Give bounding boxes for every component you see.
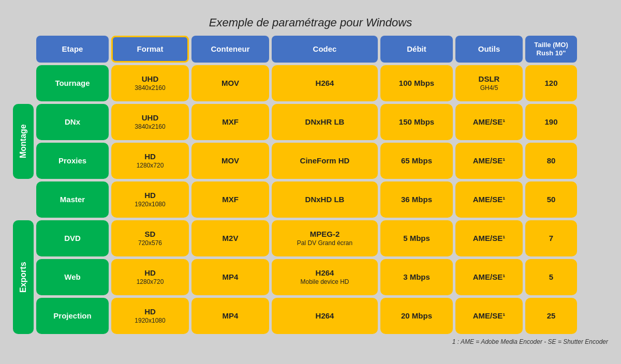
montage-dnx-format: UHD 3840x2160 (111, 104, 189, 140)
montage-dnx-codec: DNxHR LB (272, 104, 378, 140)
header-conteneur: Conteneur (191, 36, 269, 62)
tournage-conteneur: MOV (191, 65, 269, 101)
master-taille: 50 (525, 181, 577, 218)
tournage-debit: 100 Mbps (380, 65, 453, 101)
exports-dvd-format: SD 720x576 (111, 220, 189, 256)
header-empty (13, 36, 34, 62)
master-vert-empty (13, 181, 34, 218)
montage-proxies-conteneur: MOV (191, 143, 269, 179)
exports-web-label: Web (36, 259, 109, 295)
header-outils: Outils (455, 36, 523, 62)
montage-dnx-label: DNx (36, 104, 109, 140)
exports-web-taille: 5 (525, 259, 577, 295)
montage-dnx-outils: AME/SE¹ (455, 104, 523, 140)
page-title: Exemple de paramétrage pour Windows (13, 16, 608, 29)
exports-web-conteneur: MP4 (191, 259, 269, 295)
montage-dnx-debit: 150 Mbps (380, 104, 453, 140)
master-outils: AME/SE¹ (455, 181, 523, 218)
montage-proxies-taille: 80 (525, 143, 577, 179)
tournage-label: Tournage (36, 65, 109, 101)
montage-proxies-outils: AME/SE¹ (455, 143, 523, 179)
tournage-outils: DSLR GH4/5 (455, 65, 523, 101)
exports-projection-conteneur: MP4 (191, 298, 269, 334)
montage-proxies-label: Proxies (36, 143, 109, 179)
header-format: Format (111, 36, 189, 62)
footnote: 1 : AME = Adobe Media Encoder - SE = Shu… (13, 338, 608, 345)
exports-dvd-label: DVD (36, 220, 109, 256)
page-container: Exemple de paramétrage pour Windows Etap… (5, 11, 616, 353)
montage-proxies-debit: 65 Mbps (380, 143, 453, 179)
master-format: HD 1920x1080 (111, 181, 189, 218)
exports-dvd-conteneur: M2V (191, 220, 269, 256)
header-debit: Débit (380, 36, 453, 62)
master-label: Master (36, 181, 109, 218)
master-codec: DNxHD LB (272, 181, 378, 218)
exports-dvd-codec: MPEG-2 Pal DV Grand écran (272, 220, 378, 256)
master-conteneur: MXF (191, 181, 269, 218)
exports-dvd-outils: AME/SE¹ (455, 220, 523, 256)
exports-web-format: HD 1280x720 (111, 259, 189, 295)
exports-projection-taille: 25 (525, 298, 577, 334)
header-taille: Taille (MO)Rush 10" (525, 36, 577, 62)
exports-dvd-debit: 5 Mbps (380, 220, 453, 256)
tournage-taille: 120 (525, 65, 577, 101)
master-debit: 36 Mbps (380, 181, 453, 218)
montage-proxies-format: HD 1280x720 (111, 143, 189, 179)
exports-web-debit: 3 Mbps (380, 259, 453, 295)
montage-dnx-conteneur: MXF (191, 104, 269, 140)
montage-proxies-codec: CineForm HD (272, 143, 378, 179)
exports-projection-codec: H264 (272, 298, 378, 334)
exports-vert-label: Exports (13, 220, 34, 334)
tournage-vert-empty (13, 65, 34, 101)
exports-dvd-taille: 7 (525, 220, 577, 256)
exports-projection-outils: AME/SE¹ (455, 298, 523, 334)
tournage-codec: H264 (272, 65, 378, 101)
exports-web-codec: H264 Mobile device HD (272, 259, 378, 295)
exports-projection-label: Projection (36, 298, 109, 334)
montage-dnx-taille: 190 (525, 104, 577, 140)
montage-vert-label: Montage (13, 104, 34, 179)
exports-projection-format: HD 1920x1080 (111, 298, 189, 334)
header-etape: Etape (36, 36, 109, 62)
exports-web-outils: AME/SE¹ (455, 259, 523, 295)
header-codec: Codec (272, 36, 378, 62)
exports-projection-debit: 20 Mbps (380, 298, 453, 334)
tournage-format: UHD 3840x2160 (111, 65, 189, 101)
